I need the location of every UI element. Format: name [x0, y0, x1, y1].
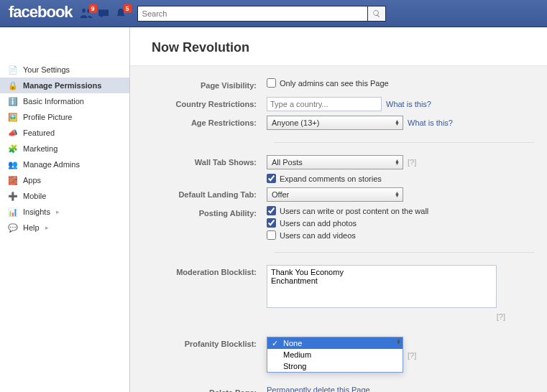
sidebar-item-mobile[interactable]: ➕Mobile [0, 188, 129, 204]
select-wall-tab[interactable]: All Posts ▲▼ [267, 155, 403, 169]
link-what-is-this-country[interactable]: What is this? [386, 100, 431, 108]
mobile-icon: ➕ [7, 190, 19, 202]
sidebar-item-label: Insights [23, 207, 50, 216]
checkbox-expand-comments[interactable] [267, 174, 276, 183]
document-icon: 📄 [7, 64, 19, 75]
label-page-visibility: Page Visibility: [130, 78, 267, 93]
sidebar-item-label: Apps [23, 176, 41, 185]
friend-requests-icon[interactable]: 9 [78, 6, 94, 22]
divider [274, 252, 534, 253]
checkbox-only-admins[interactable] [267, 78, 276, 88]
checkbox-label: Expand comments on stories [280, 174, 382, 183]
label-default-landing-tab: Default Landing Tab: [130, 187, 267, 202]
chevron-right-icon: ▸ [45, 224, 49, 231]
sidebar-item-apps[interactable]: 🧱Apps [0, 172, 129, 188]
sidebar-item-label: Manage Permissions [23, 81, 101, 90]
marketing-icon: 🧩 [7, 143, 19, 154]
sidebar-item-label: Manage Admins [23, 160, 80, 169]
sidebar-item-help[interactable]: 💬Help▸ [0, 220, 129, 235]
search-button[interactable] [367, 6, 386, 22]
chevron-right-icon: ▸ [56, 208, 60, 215]
sidebar-item-insights[interactable]: 📊Insights▸ [0, 204, 129, 220]
sidebar-item-marketing[interactable]: 🧩Marketing [0, 141, 129, 157]
checkbox-users-write[interactable] [267, 206, 276, 215]
checkbox-label: Users can add photos [280, 219, 357, 228]
insights-icon: 📊 [7, 206, 19, 218]
search-icon [372, 9, 381, 18]
updown-caret-icon: ▲▼ [395, 159, 400, 165]
facebook-logo[interactable]: facebook [0, 3, 78, 24]
permissions-form: Page Visibility: Only admins can see thi… [130, 65, 547, 392]
sidebar-item-label: Profile Picture [23, 113, 72, 121]
select-value: Anyone (13+) [272, 118, 319, 127]
admins-icon: 👥 [7, 159, 19, 170]
label-delete-page: Delete Page: [130, 386, 267, 392]
help-marker[interactable]: ? [408, 351, 416, 360]
search-input[interactable] [137, 6, 367, 22]
sidebar-item-label: Your Settings [23, 65, 70, 74]
notifications-icon[interactable]: 5 [113, 6, 129, 22]
updown-caret-icon: ▲▼ [396, 339, 401, 345]
sidebar-item-basic-information[interactable]: ℹ️Basic Information [0, 93, 129, 109]
sidebar-item-manage-admins[interactable]: 👥Manage Admins [0, 157, 129, 172]
sidebar-item-label: Basic Information [23, 97, 84, 106]
label-age-restrictions: Age Restrictions: [130, 116, 267, 130]
messages-icon[interactable] [96, 6, 111, 22]
updown-caret-icon: ▲▼ [395, 120, 400, 126]
updown-caret-icon: ▲▼ [395, 192, 400, 197]
link-what-is-this-age[interactable]: What is this? [408, 118, 453, 127]
megaphone-icon: 📣 [7, 127, 19, 139]
search-box [137, 6, 386, 22]
checkbox-users-photos[interactable] [267, 218, 276, 228]
help-marker[interactable]: ? [497, 312, 505, 321]
label-moderation-blocklist: Moderation Blocklist: [130, 265, 267, 279]
option-none[interactable]: None [267, 337, 403, 349]
moderation-blocklist-textarea[interactable] [267, 265, 497, 308]
info-icon: ℹ️ [7, 95, 19, 107]
top-notification-icons: 9 5 [78, 0, 129, 27]
select-value: Offer [272, 190, 289, 199]
select-value: All Posts [272, 158, 303, 167]
sidebar-item-your-settings[interactable]: 📄Your Settings [0, 62, 129, 78]
page-title: Now Revolution [130, 27, 547, 65]
settings-sidebar: 📄Your Settings 🔒Manage Permissions ℹ️Bas… [0, 27, 130, 392]
option-medium[interactable]: Medium [267, 349, 403, 360]
country-input[interactable] [267, 97, 382, 111]
sidebar-item-label: Help [23, 223, 40, 232]
sidebar-item-profile-picture[interactable]: 🖼️Profile Picture [0, 109, 129, 125]
help-icon: 💬 [7, 222, 19, 233]
help-marker[interactable]: ? [408, 158, 416, 167]
top-bar: facebook 9 5 [0, 0, 547, 27]
checkbox-users-videos[interactable] [267, 230, 276, 240]
divider [274, 142, 534, 143]
label-posting-ability: Posting Ability: [130, 206, 267, 220]
option-strong[interactable]: Strong [267, 360, 403, 372]
link-permanently-delete[interactable]: Permanently delete this Page [267, 386, 370, 392]
main-content: Now Revolution Page Visibility: Only adm… [130, 27, 547, 392]
sidebar-item-manage-permissions[interactable]: 🔒Manage Permissions [0, 78, 129, 93]
sidebar-item-label: Mobile [23, 192, 46, 200]
sidebar-item-label: Marketing [23, 144, 58, 153]
label-country-restrictions: Country Restrictions: [130, 97, 267, 111]
notifications-badge: 5 [124, 4, 132, 13]
label-wall-tab-shows: Wall Tab Shows: [130, 155, 267, 169]
apps-icon: 🧱 [7, 174, 19, 186]
checkbox-label: Users can write or post content on the w… [280, 207, 428, 215]
select-age-restrictions[interactable]: Anyone (13+) ▲▼ [267, 116, 403, 130]
lock-icon: 🔒 [7, 80, 19, 91]
checkbox-label: Only admins can see this Page [280, 79, 389, 88]
select-landing-tab[interactable]: Offer ▲▼ [267, 187, 403, 202]
label-profanity-blocklist: Profanity Blocklist: [130, 337, 267, 351]
checkbox-label: Users can add videos [280, 231, 356, 240]
select-profanity-blocklist[interactable]: None Medium Strong ▲▼ [267, 337, 403, 373]
sidebar-item-label: Featured [23, 129, 55, 137]
sidebar-item-featured[interactable]: 📣Featured [0, 125, 129, 141]
picture-icon: 🖼️ [7, 111, 19, 123]
